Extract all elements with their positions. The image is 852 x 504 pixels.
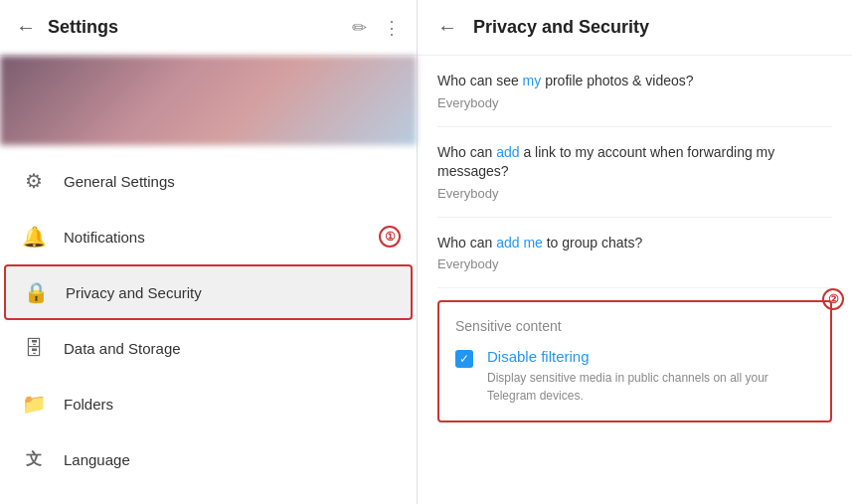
sensitive-section-title: Sensitive content [455,318,814,334]
sensitive-description: Display sensitive media in public channe… [487,369,814,405]
left-header: ← Settings ✏ ⋮ [0,0,417,56]
language-icon: 文 [20,445,48,473]
right-content: Who can see my profile photos & videos? … [418,56,852,504]
menu-list: ⚙ General Settings 🔔 Notifications ① 🔒 P… [0,145,417,504]
sidebar-item-language[interactable]: 文 Language [0,431,417,487]
sensitive-content-section: ② Sensitive content ✓ Disable filtering … [437,300,832,422]
more-icon[interactable]: ⋮ [383,17,401,39]
privacy-answer-photos: Everybody [437,95,832,110]
settings-title: Settings [48,17,352,38]
edit-icon[interactable]: ✏ [352,17,367,39]
right-panel: ← Privacy and Security Who can see my pr… [418,0,852,504]
disable-filtering-checkbox[interactable]: ✓ [455,350,473,368]
bell-icon: 🔔 [20,223,48,251]
privacy-item-forward[interactable]: Who can add a link to my account when fo… [437,127,832,218]
privacy-question-groups: Who can add me to group chats? [437,234,832,253]
gear-icon: ⚙ [20,167,48,195]
sidebar-item-folders[interactable]: 📁 Folders [0,376,417,431]
lock-icon: 🔒 [22,278,50,306]
notifications-label: Notifications [64,229,397,246]
sensitive-annotation-badge: ② [822,288,844,310]
right-panel-title: Privacy and Security [473,17,649,38]
sensitive-item: ✓ Disable filtering Display sensitive me… [455,348,814,405]
privacy-question-forward: Who can add a link to my account when fo… [437,143,832,182]
sidebar-item-privacy[interactable]: 🔒 Privacy and Security [4,264,413,320]
back-button[interactable]: ← [16,16,36,39]
checkbox-check-icon: ✓ [455,350,473,368]
privacy-item-photos[interactable]: Who can see my profile photos & videos? … [437,56,832,127]
sensitive-label: Disable filtering [487,348,814,365]
profile-banner [0,56,417,145]
notification-annotation-badge: ① [379,226,401,248]
sidebar-item-notifications[interactable]: 🔔 Notifications ① [0,209,417,264]
privacy-item-groups[interactable]: Who can add me to group chats? Everybody [437,218,832,289]
database-icon: 🗄 [20,334,48,362]
folders-label: Folders [64,396,397,413]
right-back-button[interactable]: ← [437,16,457,39]
left-panel: ← Settings ✏ ⋮ ⚙ General Settings 🔔 Noti… [0,0,418,504]
privacy-section: Who can see my profile photos & videos? … [418,56,852,288]
privacy-label: Privacy and Security [66,284,395,301]
sensitive-text: Disable filtering Display sensitive medi… [487,348,814,405]
language-label: Language [64,451,397,468]
header-actions: ✏ ⋮ [352,17,401,39]
privacy-question-photos: Who can see my profile photos & videos? [437,72,832,91]
general-label: General Settings [64,173,397,190]
sidebar-item-data[interactable]: 🗄 Data and Storage [0,320,417,376]
data-label: Data and Storage [64,340,397,357]
privacy-answer-groups: Everybody [437,256,832,271]
privacy-answer-forward: Everybody [437,186,832,201]
sidebar-item-general[interactable]: ⚙ General Settings [0,153,417,209]
folder-icon: 📁 [20,390,48,418]
right-header: ← Privacy and Security [418,0,852,56]
